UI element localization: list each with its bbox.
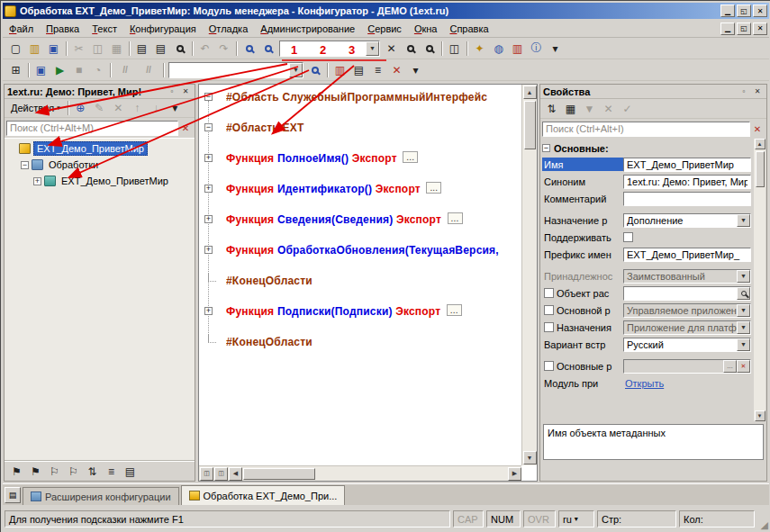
property-label[interactable]: Вариант встр [542, 338, 623, 351]
chevron-down-icon[interactable]: ▼ [737, 214, 750, 227]
tree-view-icon[interactable]: ≡ [102, 463, 121, 481]
context-combobox[interactable]: ▼ [168, 62, 303, 78]
scroll-down-icon[interactable]: ▼ [755, 410, 765, 421]
fold-expand-icon[interactable]: + [204, 307, 213, 315]
metadata-panel-header[interactable]: 1ext.ru: Демо: Привет, Мир! ▫✕ [5, 85, 195, 99]
search-clear-icon[interactable]: ✕ [750, 121, 765, 137]
open-module-link[interactable]: Открыть [623, 378, 664, 389]
property-label[interactable]: Объект рас [542, 286, 623, 300]
bookmarks-clear-icon[interactable]: ⚐ [64, 463, 83, 481]
property-input[interactable] [623, 158, 751, 172]
find-next-icon[interactable] [401, 40, 420, 58]
expand-icon[interactable]: + [33, 177, 41, 185]
interface-icon[interactable]: ✦ [470, 40, 489, 58]
save-all-icon[interactable]: ▣ [32, 61, 50, 79]
property-ellipsis[interactable]: …✕ [623, 359, 751, 374]
close-module-icon[interactable]: ✕ [387, 61, 406, 79]
bookmark-toggle-icon[interactable]: ⚑ [7, 463, 26, 481]
scrollbar-thumb[interactable] [756, 151, 765, 187]
code-line[interactable]: Функция Сведения(Сведения) Экспорт ... [226, 212, 521, 228]
preview-icon[interactable] [170, 40, 189, 58]
toolbar-options-icon[interactable]: ▾ [546, 40, 565, 58]
chevron-down-icon[interactable]: ▼ [366, 41, 379, 56]
properties-section[interactable]: − Основные: [542, 140, 753, 156]
tab-inactive[interactable]: Расширения конфигурации [23, 487, 179, 505]
property-input[interactable] [623, 248, 751, 262]
code-line[interactable]: Функция ПолноеИмя() Экспорт ... [226, 151, 521, 167]
menu-item-7[interactable]: Окна [408, 22, 444, 36]
templates-icon[interactable]: ▤ [349, 61, 368, 79]
override-checkbox[interactable] [544, 361, 554, 371]
fold-collapse-icon[interactable]: − [204, 123, 213, 131]
scroll-left-icon[interactable]: ◀ [229, 467, 242, 481]
about-icon[interactable]: ⓘ [527, 40, 546, 58]
bookmark-previous-icon[interactable]: ⚐ [45, 463, 64, 481]
tab-active[interactable]: Обработка EXT_Демо_При... [181, 485, 346, 505]
code-line[interactable]: Функция ОбработкаОбновления(ТекущаяВерси… [226, 243, 521, 258]
tree-search-input[interactable] [6, 121, 178, 136]
collapsed-code-icon[interactable]: ... [426, 182, 441, 194]
replace-icon[interactable] [258, 40, 277, 58]
section-collapse-icon[interactable]: − [542, 144, 550, 152]
scroll-right-icon[interactable]: ▶ [508, 467, 521, 481]
bookmark-next-icon[interactable]: ⚑ [26, 463, 45, 481]
collapsed-code-icon[interactable]: ... [447, 304, 462, 316]
tree-item[interactable]: −Обработки [5, 157, 195, 173]
menu-item-4[interactable]: Отладка [203, 22, 255, 36]
mdi-close-button[interactable]: ✕ [753, 23, 767, 35]
code-line[interactable]: #Область СлужебныйПрограммныйИнтерфейс [226, 90, 521, 105]
property-label[interactable]: Назначение р [542, 213, 623, 227]
menu-item-2[interactable]: Текст [86, 22, 123, 36]
properties-search-input[interactable] [542, 122, 750, 137]
code-line[interactable] [226, 258, 521, 274]
scrollbar-thumb[interactable] [243, 468, 315, 480]
find-icon[interactable] [240, 40, 258, 58]
property-dropdown[interactable]: Русский▼ [623, 338, 751, 352]
property-label[interactable]: Префикс имен [542, 248, 623, 261]
window-list-button[interactable]: ▤ [5, 487, 21, 503]
tree-item[interactable]: +EXT_Демо_ПриветМир [5, 140, 195, 157]
property-label[interactable]: Имя [542, 158, 623, 171]
properties-scrollbar[interactable]: ▲▼ [754, 139, 765, 421]
code-line[interactable] [226, 105, 521, 121]
menu-item-1[interactable]: Правка [40, 22, 86, 36]
property-input[interactable] [623, 175, 751, 189]
actions-menu-button[interactable]: Действия▾ [6, 100, 65, 116]
close-icon[interactable]: ✕ [751, 86, 764, 97]
tree-item[interactable]: +EXT_Демо_ПриветМир [5, 173, 195, 189]
magnifier-button[interactable] [737, 287, 750, 300]
code-line[interactable]: #Область EXT [226, 121, 521, 136]
menu-item-5[interactable]: Администрирование [254, 22, 361, 36]
pin-icon[interactable]: ▫ [738, 86, 750, 97]
save-icon[interactable]: ▣ [44, 40, 63, 58]
start-debugging-icon[interactable]: ▶ [50, 61, 69, 79]
pin-icon[interactable]: ▫ [166, 86, 178, 97]
chevron-down-icon[interactable]: ▼ [737, 304, 750, 317]
combo-clear-icon[interactable]: ✕ [382, 40, 401, 58]
code-line[interactable] [226, 136, 521, 151]
property-dropdown[interactable]: Дополнение▼ [623, 213, 751, 228]
fold-expand-icon[interactable]: + [204, 185, 213, 193]
property-lookup[interactable] [623, 286, 751, 301]
actions-more-icon[interactable]: ▾ [166, 99, 185, 117]
property-dropdown[interactable]: Заимствованный▼ [623, 269, 751, 284]
fold-expand-icon[interactable]: + [204, 154, 213, 162]
code-line[interactable] [226, 320, 521, 335]
restore-button[interactable]: ◱ [737, 5, 751, 17]
property-dropdown[interactable]: Управляемое приложение▼ [623, 303, 751, 318]
menu-item-8[interactable]: Справка [443, 22, 494, 36]
add-icon[interactable]: ⊕ [71, 99, 90, 117]
clear-button[interactable]: ✕ [737, 360, 750, 373]
menu-item-3[interactable]: Конфигурация [123, 22, 203, 36]
new-window-icon[interactable]: ◫ [445, 40, 464, 58]
more-commands-icon[interactable]: ▾ [406, 61, 425, 79]
close-button[interactable]: ✕ [753, 5, 767, 17]
scroll-up-icon[interactable]: ▲ [523, 86, 537, 99]
property-label[interactable]: Основные р [542, 359, 623, 373]
collapsed-code-icon[interactable]: ... [448, 212, 463, 224]
fold-expand-icon[interactable]: + [204, 246, 213, 254]
property-label[interactable]: Основной р [542, 303, 623, 317]
print-icon[interactable]: ▤ [132, 40, 151, 58]
chevron-down-icon[interactable]: ▾ [575, 515, 578, 523]
procedures-combobox[interactable]: ▼ [279, 41, 380, 57]
